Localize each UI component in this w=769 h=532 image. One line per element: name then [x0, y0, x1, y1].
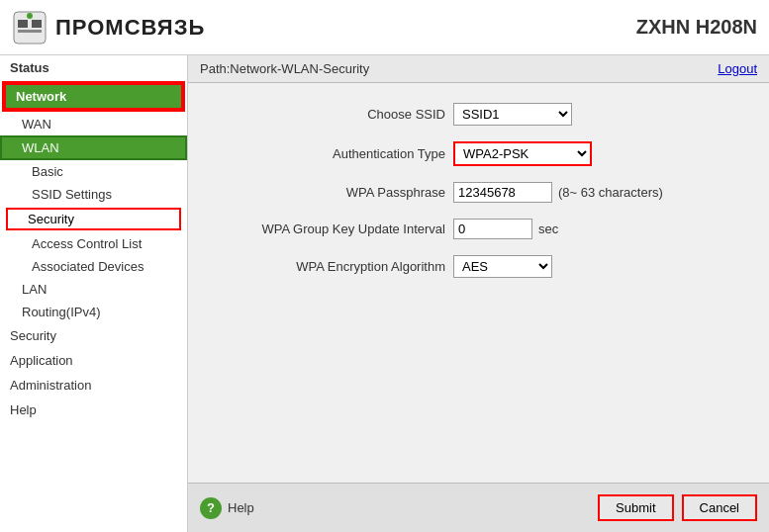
svg-rect-3 [18, 30, 42, 33]
auth-label: Authentication Type [228, 146, 445, 161]
auth-control: WPA2-PSK WPA-PSK WEP None [453, 141, 592, 166]
sidebar-item-help-top[interactable]: Help [0, 398, 187, 422]
passphrase-input[interactable] [453, 182, 552, 203]
sidebar-item-wan[interactable]: WAN [0, 113, 187, 135]
sidebar-item-application[interactable]: Application [0, 348, 187, 373]
logo-icon [12, 10, 48, 45]
sidebar-item-security-top[interactable]: Security [0, 323, 187, 348]
sidebar-item-acl[interactable]: Access Control List [0, 232, 187, 255]
encryption-select[interactable]: AES TKIP TKIP+AES [453, 255, 552, 278]
main-area: Status Network WAN WLAN Basic SSID Setti… [0, 55, 769, 532]
sidebar-item-network[interactable]: Network [4, 83, 183, 110]
interval-input[interactable] [453, 219, 532, 239]
svg-rect-1 [18, 20, 28, 28]
passphrase-control: (8~ 63 characters) [453, 182, 663, 203]
ssid-control: SSID1 SSID2 SSID3 SSID4 [453, 103, 572, 126]
logo-text: ПРОМСВЯЗЬ [55, 15, 205, 41]
auth-select[interactable]: WPA2-PSK WPA-PSK WEP None [453, 141, 592, 166]
passphrase-label: WPA Passphrase [228, 185, 445, 200]
footer: ? Help Submit Cancel [188, 483, 769, 532]
interval-label: WPA Group Key Update Interval [228, 222, 445, 236]
encryption-label: WPA Encryption Algorithm [228, 259, 445, 274]
help-icon: ? [200, 497, 222, 519]
footer-help: ? Help [200, 497, 254, 519]
content-body: Choose SSID SSID1 SSID2 SSID3 SSID4 Auth… [188, 83, 769, 483]
help-text: Help [228, 500, 254, 515]
encryption-row: WPA Encryption Algorithm AES TKIP TKIP+A… [228, 255, 729, 278]
sidebar-item-ssid-settings[interactable]: SSID Settings [0, 183, 187, 206]
svg-point-4 [27, 13, 33, 19]
sidebar: Status Network WAN WLAN Basic SSID Setti… [0, 55, 188, 532]
cancel-button[interactable]: Cancel [682, 494, 757, 521]
sidebar-item-status[interactable]: Status [0, 55, 187, 80]
sidebar-item-wlan[interactable]: WLAN [0, 135, 187, 160]
path-text: Path:Network-WLAN-Security [200, 61, 369, 76]
logout-link[interactable]: Logout [718, 61, 757, 76]
interval-unit: sec [538, 222, 558, 236]
path-bar: Path:Network-WLAN-Security Logout [188, 55, 769, 83]
auth-row: Authentication Type WPA2-PSK WPA-PSK WEP… [228, 141, 729, 166]
sidebar-item-lan[interactable]: LAN [0, 278, 187, 301]
ssid-select[interactable]: SSID1 SSID2 SSID3 SSID4 [453, 103, 572, 126]
app-wrapper: ПРОМСВЯЗЬ ZXHN H208N Status Network WAN … [0, 0, 769, 532]
sidebar-item-associated[interactable]: Associated Devices [0, 255, 187, 278]
encryption-control: AES TKIP TKIP+AES [453, 255, 552, 278]
passphrase-hint: (8~ 63 characters) [558, 185, 663, 200]
passphrase-row: WPA Passphrase (8~ 63 characters) [228, 182, 729, 203]
logo-area: ПРОМСВЯЗЬ [12, 10, 205, 45]
device-name: ZXHN H208N [636, 16, 757, 39]
sidebar-item-basic[interactable]: Basic [0, 160, 187, 183]
sidebar-item-security-sub[interactable]: Security [6, 208, 181, 230]
sidebar-item-administration[interactable]: Administration [0, 373, 187, 398]
svg-rect-2 [32, 20, 42, 28]
ssid-row: Choose SSID SSID1 SSID2 SSID3 SSID4 [228, 103, 729, 126]
interval-row: WPA Group Key Update Interval sec [228, 219, 729, 239]
footer-buttons: Submit Cancel [598, 494, 757, 521]
ssid-label: Choose SSID [228, 107, 445, 122]
header: ПРОМСВЯЗЬ ZXHN H208N [0, 0, 769, 55]
content-area: Path:Network-WLAN-Security Logout Choose… [188, 55, 769, 532]
sidebar-item-routing[interactable]: Routing(IPv4) [0, 301, 187, 323]
submit-button[interactable]: Submit [598, 494, 673, 521]
interval-control: sec [453, 219, 558, 239]
